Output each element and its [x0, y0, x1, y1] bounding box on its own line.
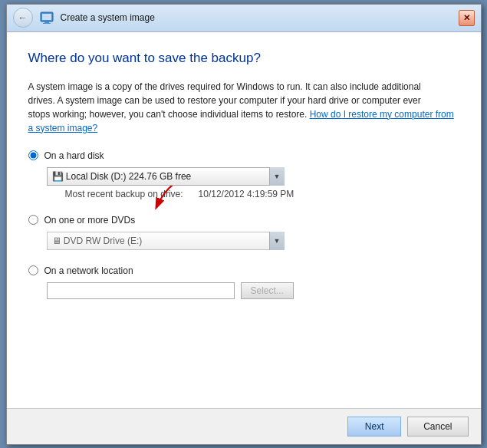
description-text: A system image is a copy of the drives r…: [28, 80, 459, 135]
backup-info: Most recent backup on drive: 10/12/2012 …: [65, 189, 459, 199]
network-radio-label[interactable]: On a network location: [28, 265, 459, 276]
cancel-button[interactable]: Cancel: [407, 417, 468, 436]
dvd-select-wrapper[interactable]: 🖥 DVD RW Drive (E:) ▼: [47, 232, 285, 250]
back-button[interactable]: ←: [13, 8, 33, 28]
hard-disk-radio[interactable]: [28, 150, 38, 160]
next-button[interactable]: Next: [347, 417, 401, 436]
content-area: Where do you want to save the backup? A …: [7, 32, 481, 408]
network-path-input[interactable]: [47, 282, 235, 299]
page-title: Where do you want to save the backup?: [28, 51, 459, 66]
network-radio[interactable]: [28, 265, 38, 275]
network-section: On a network location Select...: [28, 265, 459, 299]
hard-disk-select-wrapper[interactable]: 💾 Local Disk (D:) 224.76 GB free ▼: [47, 167, 285, 186]
dvd-section: On one or more DVDs 🖥 DVD RW Drive (E:) …: [28, 215, 459, 250]
main-window: ← Create a system image ✕ Where do you w…: [6, 4, 482, 445]
network-input-row: Select...: [47, 282, 459, 299]
dvd-select-container: 🖥 DVD RW Drive (E:) ▼: [47, 232, 459, 250]
svg-rect-3: [43, 23, 51, 24]
window-icon: [39, 10, 54, 25]
dvd-select[interactable]: 🖥 DVD RW Drive (E:): [47, 232, 285, 250]
svg-rect-2: [44, 21, 49, 23]
hard-disk-select-container: 💾 Local Disk (D:) 224.76 GB free ▼ Most …: [47, 167, 459, 199]
hard-disk-radio-label[interactable]: On a hard disk: [28, 150, 459, 161]
title-bar: ← Create a system image ✕: [7, 5, 481, 32]
dvd-radio[interactable]: [28, 215, 38, 225]
hard-disk-section: On a hard disk 💾 Local Disk (D:) 224.76 …: [28, 150, 459, 199]
dvd-radio-label[interactable]: On one or more DVDs: [28, 215, 459, 226]
svg-rect-1: [42, 14, 51, 20]
close-button[interactable]: ✕: [459, 10, 475, 26]
hard-disk-select[interactable]: 💾 Local Disk (D:) 224.76 GB free: [47, 167, 285, 186]
footer: Next Cancel: [7, 408, 481, 444]
network-select-button[interactable]: Select...: [241, 282, 294, 299]
title-bar-text: Create a system image: [61, 12, 459, 23]
